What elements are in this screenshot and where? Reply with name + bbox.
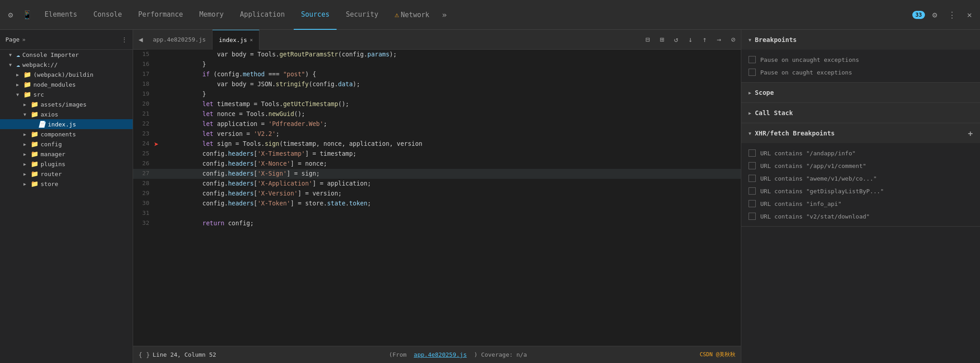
step-out-btn[interactable]: ↑	[699, 33, 711, 46]
code-line-27: 27 config.headers['X-Sign'] = sign;	[133, 169, 741, 179]
folder-icon-4: 📁	[31, 101, 38, 108]
tree-item-plugins[interactable]: 📁 plugins	[0, 159, 133, 169]
tree-label: manager	[41, 151, 65, 158]
file-sidebar: Page » ⋮ ☁ Console Importer ☁ webpack://…	[0, 30, 133, 363]
folder-icon-5: 📁	[31, 111, 38, 118]
xhr-header[interactable]: XHR/fetch Breakpoints +	[741, 123, 980, 143]
close-icon[interactable]: ✕	[963, 7, 975, 22]
xhr-chevron	[749, 131, 751, 136]
pause-caught-label: Pause on caught exceptions	[760, 69, 852, 76]
main-area: Page » ⋮ ☁ Console Importer ☁ webpack://…	[0, 30, 980, 363]
collapse-nav-btn[interactable]: ◀	[135, 33, 147, 47]
code-line-20: 20 let timestamp = Tools.getUtcTimestamp…	[133, 99, 741, 109]
devtools-icon[interactable]: ⚙	[5, 7, 17, 22]
tree-label: webpack://	[22, 61, 57, 68]
scope-header[interactable]: Scope	[741, 83, 980, 102]
tree-item-src[interactable]: 📁 src	[0, 89, 133, 99]
sidebar-more-icon[interactable]: »	[22, 37, 25, 43]
pause-uncaught-checkbox[interactable]	[749, 56, 756, 63]
tree-item-indexjs[interactable]: 📄 index.js	[0, 119, 133, 129]
more-options-icon[interactable]: ⋮	[944, 7, 960, 22]
breakpoint-item-uncaught: Pause on uncaught exceptions	[749, 53, 973, 66]
refresh-btn[interactable]: ↺	[670, 33, 682, 46]
tab-sources[interactable]: Sources	[294, 0, 337, 30]
code-line-15: 15 var body = Tools.getRoutParamsStr(con…	[133, 50, 741, 60]
breakpoints-body: Pause on uncaught exceptions Pause on ca…	[741, 50, 980, 82]
folder-icon-2: 📁	[23, 81, 31, 88]
tree-item-console-importer[interactable]: ☁ Console Importer	[0, 50, 133, 60]
tree-item-store[interactable]: 📁 store	[0, 179, 133, 189]
tree-arrow-config	[23, 142, 31, 147]
right-panel: Breakpoints Pause on uncaught exceptions…	[741, 30, 980, 363]
split-view-btn[interactable]: ⊞	[656, 33, 668, 46]
scope-label: Scope	[755, 89, 774, 96]
tree-arrow-store	[23, 182, 31, 186]
sidebar-page-label: Page	[5, 36, 19, 43]
more-tabs-icon[interactable]: »	[439, 7, 451, 22]
cursor-position: Line 24, Column 52	[153, 351, 216, 358]
pretty-print-icon[interactable]: { }	[139, 351, 150, 358]
status-from-file[interactable]: app.4e820259.js	[414, 351, 467, 358]
add-xhr-btn[interactable]: +	[968, 129, 973, 138]
cloud-icon: ☁	[16, 51, 20, 58]
device-toggle-icon[interactable]: 📱	[18, 7, 36, 22]
tab-memory[interactable]: Memory	[192, 0, 231, 30]
tree-label: axios	[41, 111, 58, 118]
file-tab-app[interactable]: app.4e820259.js	[147, 30, 213, 50]
folder-icon-3: 📁	[23, 91, 31, 98]
file-icon: 📄	[38, 121, 46, 128]
scope-chevron	[749, 90, 751, 95]
folder-icon-7: 📁	[31, 140, 38, 148]
folder-icon-10: 📁	[31, 170, 38, 177]
code-editor[interactable]: 15 var body = Tools.getRoutParamsStr(con…	[133, 50, 741, 346]
tab-performance[interactable]: Performance	[131, 0, 190, 30]
tree-item-manager[interactable]: 📁 manager	[0, 149, 133, 159]
step-into-btn[interactable]: ↓	[684, 33, 696, 46]
tree-item-config[interactable]: 📁 config	[0, 139, 133, 149]
breakpoints-header[interactable]: Breakpoints	[741, 30, 980, 50]
tab-elements[interactable]: Elements	[37, 0, 84, 30]
tree-arrow-console-importer	[9, 52, 16, 57]
tab-application[interactable]: Application	[233, 0, 292, 30]
call-stack-header[interactable]: Call Stack	[741, 103, 980, 123]
tree-arrow-manager	[23, 152, 31, 157]
xhr-body: URL contains "/andapp/info" URL contains…	[741, 143, 980, 226]
sidebar-menu-icon[interactable]: ⋮	[121, 36, 127, 43]
tab-network[interactable]: ⚠ Network	[388, 0, 437, 30]
toggle-sidebar-btn[interactable]: ⊟	[642, 33, 654, 46]
toolbar-right: 33 ⚙ ⋮ ✕	[912, 7, 975, 22]
tree-item-axios[interactable]: 📁 axios	[0, 109, 133, 119]
xhr-checkbox-3[interactable]	[749, 187, 756, 195]
tab-console[interactable]: Console	[86, 0, 129, 30]
xhr-checkbox-2[interactable]	[749, 175, 756, 182]
tree-label: store	[41, 181, 58, 187]
breakpoints-section: Breakpoints Pause on uncaught exceptions…	[741, 30, 980, 83]
xhr-item-4: URL contains "info_api"	[749, 197, 973, 210]
pause-caught-checkbox[interactable]	[749, 69, 756, 76]
tree-label: components	[41, 131, 76, 138]
step-over-btn[interactable]: →	[713, 33, 725, 46]
xhr-checkbox-1[interactable]	[749, 162, 756, 169]
tree-label: src	[33, 91, 44, 98]
tree-item-node-modules[interactable]: 📁 node_modules	[0, 79, 133, 89]
code-line-28: 28 config.headers['X-Application'] = app…	[133, 179, 741, 189]
breakpoints-label: Breakpoints	[755, 36, 797, 43]
tree-item-webpack[interactable]: ☁ webpack://	[0, 60, 133, 70]
tree-item-components[interactable]: 📁 components	[0, 129, 133, 139]
tree-item-assets[interactable]: 📁 assets/images	[0, 99, 133, 109]
folder-icon-11: 📁	[31, 180, 38, 187]
xhr-checkbox-5[interactable]	[749, 213, 756, 220]
xhr-item-1: URL contains "/app/v1/comment"	[749, 159, 973, 172]
settings-icon[interactable]: ⚙	[929, 7, 941, 22]
tree-item-router[interactable]: 📁 router	[0, 169, 133, 179]
file-tab-index[interactable]: index.js ✕	[213, 30, 259, 50]
xhr-url-3: URL contains "getDisplayListByP..."	[760, 188, 884, 195]
deactivate-btn[interactable]: ⊘	[727, 33, 739, 46]
file-tab-close-btn[interactable]: ✕	[250, 37, 253, 43]
tree-arrow-router	[23, 172, 31, 177]
tab-security[interactable]: Security	[338, 0, 385, 30]
tree-arrow-webpack	[9, 62, 16, 67]
xhr-checkbox-4[interactable]	[749, 200, 756, 207]
tree-item-buildin[interactable]: 📁 (webpack)/buildin	[0, 70, 133, 79]
xhr-checkbox-0[interactable]	[749, 149, 756, 157]
